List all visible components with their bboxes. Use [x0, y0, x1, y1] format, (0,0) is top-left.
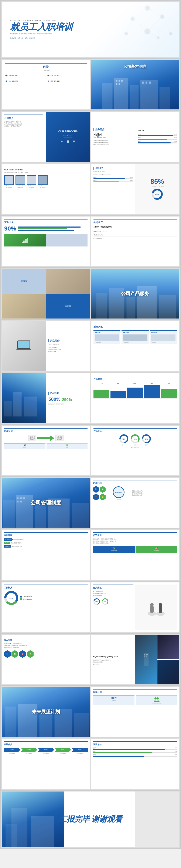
work-status-legend: 工作项目A: 60% 工作项目B: 28% [21, 596, 88, 600]
products-intro-subtitle: 添加产品的描述 [49, 343, 88, 345]
masonry-photo-grid [135, 635, 179, 684]
company-intro-title: 公司简介 [4, 117, 43, 120]
member-role-1: HR. Alexander [6, 187, 12, 188]
culture-title: 营业文化 [4, 221, 88, 224]
plan-metrics: 300万 招募人数 业务发展统计结果 [93, 695, 177, 705]
svg-text:👤: 👤 [146, 7, 149, 9]
team-member-2: Mr. Alexander HR. Alexander [16, 175, 25, 188]
svg-point-101 [154, 698, 157, 700]
slide-row-11: 培训周期 BUSINESS 输入培训阶段描述 CYCLE 输入培训阶段描述 PE… [1, 529, 180, 581]
svg-text:70%: 70% [95, 601, 98, 602]
member-name-4: Mr. Alexander [39, 185, 46, 187]
process-steps: 步骤1 步骤2 步骤3 步骤4 步骤5 [4, 748, 88, 752]
slide-21: 员工培训 授权你使用，分发给其他人请联系作者， 不得销售或者用于商业目的，授权你… [91, 530, 179, 580]
product-data-desc: 数据说明文字，添加相关内容描述 [49, 403, 88, 405]
product-card-2: 主推产品2 产品描述文字 [122, 330, 149, 344]
emp-hex-4: 💡 [27, 650, 34, 658]
emp-mgmt-title: 员工管理 [4, 639, 88, 642]
hex-2: 📋 [100, 486, 105, 493]
biz-summary-title: 发展总结 [93, 743, 177, 746]
slide-8: 营业文化 90% [2, 217, 90, 266]
product-card-1: 主推产品1 产品描述文字 [93, 330, 120, 344]
cycle-row-1: BUSINESS 输入培训阶段描述 [4, 538, 88, 541]
member-name-1: Mr. Alexander [6, 185, 12, 187]
products-intro-body: 产品功能描述文字，添加产品相关信息内容，输入文字描述。 [49, 347, 88, 353]
member-name-3: Mr. Alexander [28, 185, 35, 187]
slide-6: Our Team Membes 团队成员介绍文字描述，添加相关文字内容 Mr. … [2, 164, 90, 214]
slide-row-1: 👤 👤 👤 👤 👤 👤 NEW EMPLOYEE ORIENTATION TRA… [1, 1, 180, 58]
circle-1: 75% 目标A [119, 434, 129, 445]
slides-container: 👤 👤 👤 👤 👤 👤 NEW EMPLOYEE ORIENTATION TRA… [0, 0, 181, 849]
behavior-desc: 输入你的目标内容， 添加行为规范描述文字， 请输入相关内容。 [93, 590, 133, 597]
slide-5: 业务简介 Hello! I'm Alexander Add your descr… [91, 112, 179, 162]
slide-29: 发展总结 项目A85% 项目B70% 项目C60% [91, 739, 179, 789]
member-avatar-3 [27, 175, 36, 185]
future-plan-title-container: 未来展望计划 [2, 687, 90, 737]
svg-rect-46 [18, 341, 30, 348]
brand-label: YOUZI'S PPT STUDIO [151, 186, 163, 187]
cycle-label-2: 输入培训阶段描述 [11, 542, 22, 544]
hex-4: ⭐ [100, 494, 105, 500]
circle-charts-row: 75% 目标A 62% 目标B 80% [93, 434, 177, 445]
slide-14: 产品数据 500% 250% 数据说明文字，添加相关内容描述 [2, 373, 90, 423]
cycle-step-2: CYCLE [4, 541, 11, 544]
photo4-text: 员工概况 [63, 304, 72, 308]
right-label: 结果目标描述文字 [56, 435, 63, 441]
emp-hex-grid: 👥 📊 🎯 💡 [4, 650, 88, 658]
slide-row-14: 未来展望计划 发展计划 300万 招募人数 [1, 686, 180, 738]
member-role-3: HR. Alexander [29, 187, 34, 188]
culture-percent: 90% [4, 225, 16, 232]
product-img-1 [95, 335, 119, 341]
svg-rect-85 [150, 606, 154, 613]
slide-27: 发展计划 300万 招募人数 业务发展统计结果 [91, 687, 179, 737]
svg-text:62%: 62% [104, 601, 107, 602]
production-title: 公司生产 [93, 221, 177, 224]
svg-point-89 [159, 603, 162, 607]
skill-2: Skill 275% [138, 137, 177, 140]
products-intro-title: 产品简介 [49, 339, 88, 342]
data-item-2: 52 数据2 [47, 443, 88, 449]
laptop-icon [15, 340, 32, 352]
member-role-4: HR. Alexander [40, 187, 46, 188]
stairs-icon [22, 238, 28, 243]
steps-desc: 第一步骤说明 第二步骤说明 第三步骤说明 第四步骤说明 第五步骤说明 [4, 753, 88, 754]
thanks-text-container: 汇报完毕 谢谢观看 [55, 810, 126, 829]
svg-rect-51 [4, 401, 11, 416]
product-img-3 [151, 335, 176, 341]
slide-row-10: 公司管理制度 培训目的 🔍 📋 [1, 477, 180, 528]
slide-26: 未来展望计划 [2, 687, 90, 737]
hex-grid: 🔍 📋 💼 ⭐ [93, 486, 105, 500]
arrow-diagram: 起始目标描述文字 结果目标描述文字 [4, 435, 88, 441]
slide-11: 公司产品服务 [91, 269, 179, 318]
slide-13: 重点产品 主推产品1 产品描述文字 主推产品2 产品描述文字 主推产品3 产品描… [91, 321, 179, 371]
team-desc: 团队成员介绍文字描述，添加相关文字内容 [4, 172, 88, 174]
svg-rect-90 [144, 653, 149, 666]
percent-value: 85% [150, 178, 164, 186]
bar-chart [93, 385, 177, 398]
slide-row-7: 产品简介 添加产品的描述 产品功能描述文字，添加产品相关信息内容，输入文字描述。… [1, 320, 180, 372]
svg-rect-21 [114, 78, 128, 110]
ext-intro-title: 外部简介 [93, 167, 132, 170]
behavior-left: 行为规范 输入你的目标内容， 添加行为规范描述文字， 请输入相关内容。 70% [93, 585, 135, 630]
service-icon-2: 📊 [66, 140, 70, 144]
plane-icon-1: ✈ [5, 73, 8, 78]
main-products-title: 重点产品 [93, 325, 177, 329]
plane-icon-3: ✈ [5, 79, 8, 83]
member-name-2: Mr. Alexander [17, 185, 24, 187]
partners-title: Our Partners [93, 225, 177, 229]
culture-bars [18, 226, 88, 231]
ext-intro-desc: YOUR TEXT HEREAdd your description text … [93, 171, 132, 175]
partner-3: rocketShop [93, 238, 177, 240]
business-title: 业务简介 [93, 128, 132, 131]
slide4-left: 公司简介 公司简介内容文字，添加详细文字，添加标签内容，添加文字内容描述，输入相… [2, 112, 46, 162]
donut-chart: 85% [151, 188, 163, 200]
slide-row-4: Our Team Membes 团队成员介绍文字描述，添加相关文字内容 Mr. … [1, 163, 180, 215]
contents-grid: ✈ 公司整体概括 ✈ 公司产品展现 ✈ 业务发展计划 ✈ 团队成员规划 [5, 73, 87, 83]
slide-row-8: 产品数据 500% 250% 数据说明文字，添加相关内容描述 产品数据 75 6… [1, 372, 180, 424]
svg-rect-93 [147, 654, 148, 655]
services-divider [65, 134, 71, 134]
svg-rect-92 [146, 654, 147, 655]
slide-row-12: 工作概况 60% 工作项目A: 60% 工作项目B: 28% 行为规范 [1, 582, 180, 633]
slide-28: 发展多步 步骤1 步骤2 步骤3 步骤4 步骤5 第一步骤说明 第二步骤说明 第… [2, 739, 90, 789]
bar-4 [144, 385, 160, 398]
